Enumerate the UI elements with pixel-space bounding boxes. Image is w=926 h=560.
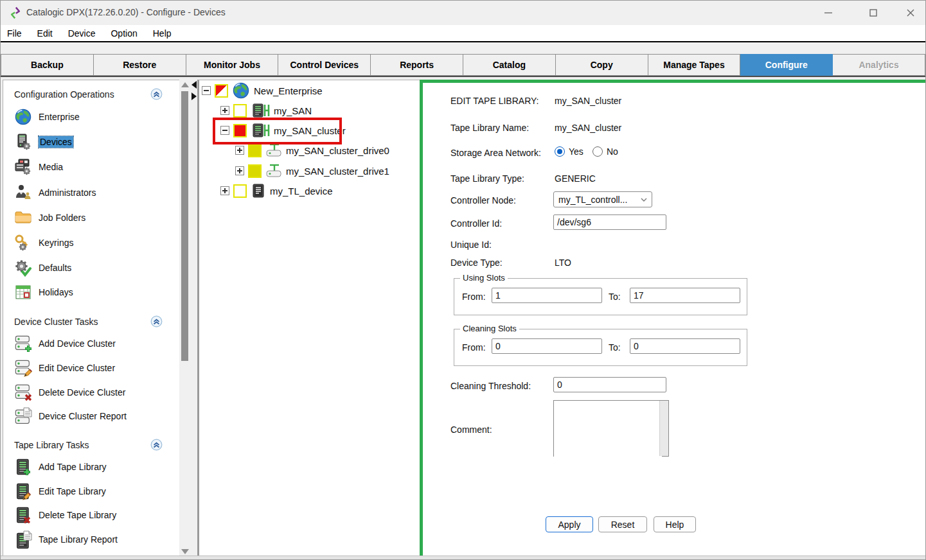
splitter-expand-right-icon[interactable] [191, 92, 197, 100]
sidebar-item-administrators[interactable]: Administrators [14, 182, 96, 203]
close-button[interactable] [896, 3, 925, 22]
comment-textarea[interactable] [554, 401, 662, 459]
using-slots-to-input[interactable] [630, 288, 740, 303]
using-slots-from-input[interactable] [492, 288, 602, 303]
tab-backup[interactable]: Backup [1, 54, 94, 76]
sidebar-item-label: Edit Tape Library [39, 486, 106, 496]
tab-control-devices[interactable]: Control Devices [278, 54, 371, 76]
tree-node-label[interactable]: my_SAN_cluster_drive0 [286, 145, 389, 156]
menu-edit[interactable]: Edit [30, 25, 60, 41]
tree-node-label[interactable]: New_Enterprise [254, 85, 323, 96]
san-no-radio[interactable]: No [592, 146, 618, 157]
cleaning-slots-from-input[interactable] [492, 338, 602, 354]
x-badge-icon [24, 394, 32, 401]
tree-node-label[interactable]: my_SAN_cluster_drive1 [286, 166, 389, 177]
expand-expander-icon[interactable] [220, 186, 229, 195]
expand-expander-icon[interactable] [220, 106, 229, 115]
sidebar-item-tape-library-report[interactable]: Tape Library Report [14, 529, 118, 550]
maximize-button[interactable] [859, 3, 887, 22]
sidebar-item-media[interactable]: Media [14, 157, 63, 177]
tape-device-icon [251, 183, 266, 198]
expand-expander-icon[interactable] [235, 146, 244, 155]
minimize-icon [824, 8, 833, 17]
using-slots-from-label: From: [462, 292, 486, 302]
cleaning-slots-group: Cleaning Slots From: To: [454, 329, 747, 366]
collapse-chevrons-icon[interactable] [150, 88, 163, 100]
globe-icon [232, 82, 250, 100]
sidebar-item-edit-device-cluster[interactable]: Edit Device Cluster [14, 358, 115, 378]
sidebar-item-add-tape-library[interactable]: Add Tape Library [14, 457, 107, 477]
tree-node-my-san-cluster-drive1[interactable]: my_SAN_cluster_drive1 [235, 162, 389, 180]
sidebar-item-edit-tape-library[interactable]: Edit Tape Library [14, 481, 106, 502]
pencil-badge-icon [24, 369, 32, 377]
tab-restore[interactable]: Restore [94, 54, 186, 76]
sidebar-item-add-device-cluster[interactable]: Add Device Cluster [14, 333, 116, 354]
help-button[interactable]: Help [654, 516, 696, 532]
scroll-down-arrow-icon[interactable] [181, 549, 189, 554]
tape-library-type-label: Tape Library Type: [450, 173, 524, 184]
drive-icon [265, 143, 282, 158]
tab-manage-tapes[interactable]: Manage Tapes [648, 54, 741, 76]
menu-file[interactable]: File [1, 25, 30, 41]
comment-scrollbar[interactable] [659, 401, 668, 456]
tab-monitor-jobs[interactable]: Monitor Jobs [186, 54, 279, 76]
comment-box [553, 400, 669, 457]
sidebar-item-holidays[interactable]: Holidays [14, 282, 73, 302]
unique-id-label: Unique Id: [450, 240, 492, 250]
tree-checkbox-partial-yellow[interactable] [248, 164, 262, 178]
sidebar-item-job-folders[interactable]: Job Folders [14, 207, 85, 228]
maximize-icon [869, 8, 878, 17]
menu-option[interactable]: Option [103, 25, 145, 41]
tree-node-my-san[interactable]: my_SAN [220, 101, 312, 119]
tab-configure[interactable]: Configure [740, 54, 833, 76]
tree-checkbox-empty[interactable] [233, 184, 247, 198]
tree-node-my-tl-device[interactable]: my_TL_device [220, 182, 333, 200]
tree-node-new-enterprise[interactable]: New_Enterprise [202, 82, 323, 100]
tree-node-label[interactable]: my_TL_device [270, 186, 333, 197]
tab-reports[interactable]: Reports [371, 54, 463, 76]
controller-node-dropdown[interactable]: my_TL_controll... [553, 191, 652, 207]
sidebar-item-delete-device-cluster[interactable]: Delete Device Cluster [14, 382, 125, 403]
comment-label: Comment: [450, 424, 492, 435]
scrollbar-thumb[interactable] [181, 91, 188, 361]
collapse-chevrons-icon[interactable] [150, 439, 163, 451]
cleaning-slots-from-label: From: [462, 342, 486, 353]
cleaning-threshold-input[interactable] [553, 377, 666, 392]
tab-analytics[interactable]: Analytics [833, 54, 925, 76]
tab-copy[interactable]: Copy [556, 54, 648, 76]
tree-checkbox-empty[interactable] [233, 104, 247, 118]
collapse-chevrons-icon[interactable] [150, 315, 163, 328]
sidebar-item-delete-tape-library[interactable]: Delete Tape Library [14, 505, 116, 525]
sidebar-item-enterprise[interactable]: Enterprise [14, 107, 80, 127]
cleaning-slots-to-input[interactable] [630, 338, 740, 354]
reset-button[interactable]: Reset [598, 516, 647, 532]
minimize-button[interactable] [814, 3, 842, 22]
sidebar-item-device-cluster-report[interactable]: Device Cluster Report [14, 406, 127, 426]
controller-id-input[interactable] [553, 214, 666, 230]
menu-device[interactable]: Device [60, 25, 103, 41]
tree-checkbox-partial[interactable] [215, 84, 228, 98]
menu-help[interactable]: Help [145, 25, 179, 41]
window-bottom-edge [1, 556, 925, 559]
form-heading-value: my_SAN_cluster [555, 96, 621, 106]
sidebar-item-keyrings[interactable]: Keyrings [14, 232, 73, 253]
sidebar-item-label: Media [39, 162, 63, 172]
using-slots-to-label: To: [609, 292, 621, 302]
sidebar-item-label: Delete Device Cluster [39, 387, 125, 398]
tab-catalog[interactable]: Catalog [463, 54, 556, 76]
collapse-expander-icon[interactable] [202, 86, 211, 95]
edit-tape-library-panel: EDIT TAPE LIBRARY: my_SAN_cluster Tape L… [420, 80, 926, 560]
splitter-collapse-left-icon[interactable] [191, 81, 197, 89]
tree-node-label[interactable]: my_SAN [274, 105, 312, 116]
app-window: Catalogic DPX(172.26.0.20) - Configure -… [0, 0, 926, 560]
scroll-up-arrow-icon[interactable] [181, 82, 189, 87]
media-gear-icon [14, 158, 32, 176]
sidebar-item-devices[interactable]: Devices [14, 132, 73, 152]
device-type-value: LTO [555, 258, 571, 268]
san-yes-radio[interactable]: Yes [555, 146, 583, 157]
apply-button[interactable]: Apply [546, 516, 593, 532]
tree-checkbox-partial-yellow[interactable] [248, 144, 262, 157]
expand-expander-icon[interactable] [235, 166, 244, 175]
sidebar-scrollbar[interactable] [179, 80, 190, 557]
sidebar-item-defaults[interactable]: Defaults [14, 258, 71, 278]
